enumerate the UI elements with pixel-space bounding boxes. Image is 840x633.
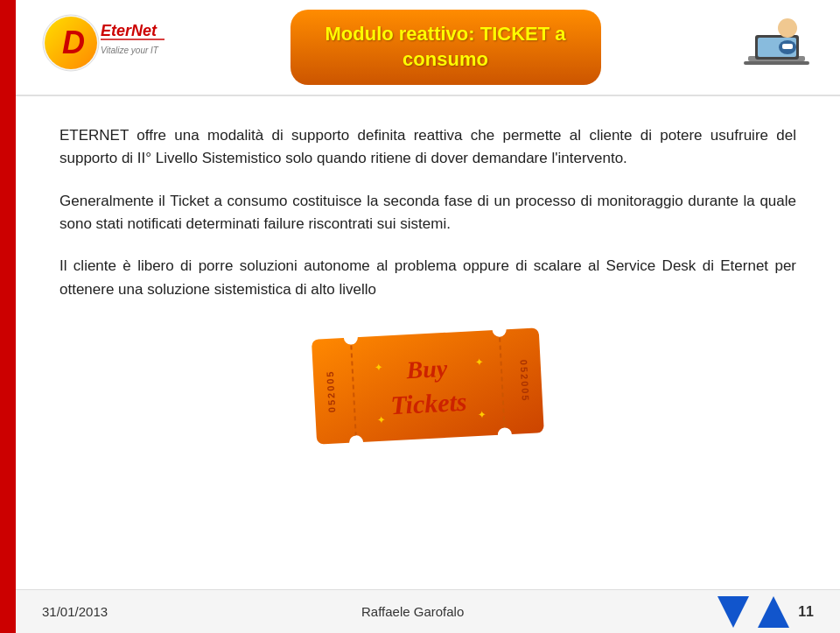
svg-text:EterNet: EterNet [101,22,158,39]
person-icon-area [718,11,822,85]
svg-text:052005: 052005 [325,369,338,412]
svg-text:D: D [62,25,85,60]
footer-nav: 11 [718,596,814,628]
footer-page-number: 11 [798,604,814,620]
svg-text:Vitalize your IT: Vitalize your IT [101,46,159,55]
footer-date: 31/01/2013 [42,604,108,619]
paragraph-2: Generalmente il Ticket a consumo costitu… [60,190,796,236]
paragraph-1: ETERNET offre una modalità di supporto d… [60,124,796,171]
svg-text:✦: ✦ [474,356,484,369]
left-accent-bar [0,0,16,633]
svg-rect-13 [312,327,544,444]
nav-down-arrow[interactable] [718,596,749,628]
svg-marker-29 [758,596,789,628]
svg-text:✦: ✦ [374,362,383,375]
title-box: Modulo reattivo: TICKET a consumo [173,10,718,84]
footer-author: Raffaele Garofalo [361,604,464,619]
paragraph-3: Il cliente è libero di porre soluzioni a… [60,255,796,301]
eternet-logo: D EterNet Vitalize your IT [38,8,169,87]
svg-text:Tickets: Tickets [390,387,468,420]
ticket-svg: 052005 052005 Buy Tickets ✦ ✦ ✦ ✦ [305,320,550,456]
svg-text:052005: 052005 [518,360,531,403]
header: D EterNet Vitalize your IT Modulo reatti… [16,0,840,96]
footer: 31/01/2013 Raffaele Garofalo 11 [16,589,840,633]
main-content: ETERNET offre una modalità di supporto d… [16,98,840,589]
logo-area: D EterNet Vitalize your IT [33,8,173,87]
svg-rect-7 [744,61,809,65]
ticket-image-container: 052005 052005 Buy Tickets ✦ ✦ ✦ ✦ [60,320,796,456]
nav-up-arrow[interactable] [758,596,789,628]
svg-text:✦: ✦ [376,414,386,427]
svg-text:✦: ✦ [477,409,486,422]
svg-point-10 [778,18,797,38]
slide-title: Modulo reattivo: TICKET a consumo [326,22,566,72]
title-rounded-box: Modulo reattivo: TICKET a consumo [290,10,601,84]
svg-text:Buy: Buy [405,355,449,383]
person-icon [739,11,814,85]
svg-marker-28 [718,596,749,628]
svg-rect-12 [782,44,793,49]
